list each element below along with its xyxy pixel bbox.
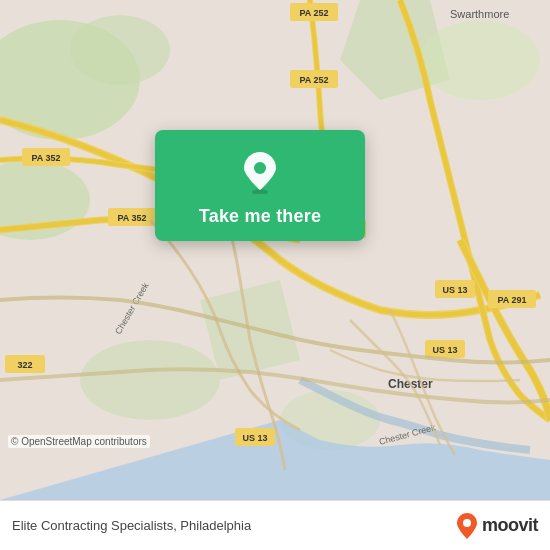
svg-text:PA 252: PA 252: [299, 75, 328, 85]
svg-point-34: [254, 162, 266, 174]
map-view: PA 352 PA 352 PA 352 PA 252 PA 252 US 13…: [0, 0, 550, 500]
svg-text:PA 352: PA 352: [117, 213, 146, 223]
location-info-text: Elite Contracting Specialists, Philadelp…: [12, 518, 251, 533]
svg-text:PA 252: PA 252: [299, 8, 328, 18]
moovit-brand-text: moovit: [482, 515, 538, 536]
svg-text:PA 352: PA 352: [31, 153, 60, 163]
svg-text:322: 322: [17, 360, 32, 370]
moovit-logo: moovit: [456, 512, 538, 540]
moovit-pin-icon: [456, 512, 478, 540]
svg-text:US 13: US 13: [432, 345, 457, 355]
svg-text:PA 291: PA 291: [497, 295, 526, 305]
take-me-there-card[interactable]: Take me there: [155, 130, 365, 241]
copyright-notice: © OpenStreetMap contributors: [8, 435, 150, 448]
take-me-there-label: Take me there: [199, 206, 321, 227]
svg-text:US 13: US 13: [242, 433, 267, 443]
location-pin-icon: [240, 150, 280, 194]
svg-text:US 13: US 13: [442, 285, 467, 295]
svg-point-7: [80, 340, 220, 420]
location-icon-wrap: [236, 148, 284, 196]
bottom-bar: Elite Contracting Specialists, Philadelp…: [0, 500, 550, 550]
svg-point-5: [420, 20, 540, 100]
svg-text:Swarthmore: Swarthmore: [450, 8, 509, 20]
map-background: PA 352 PA 352 PA 352 PA 252 PA 252 US 13…: [0, 0, 550, 500]
svg-point-3: [70, 15, 170, 85]
svg-point-35: [463, 519, 471, 527]
